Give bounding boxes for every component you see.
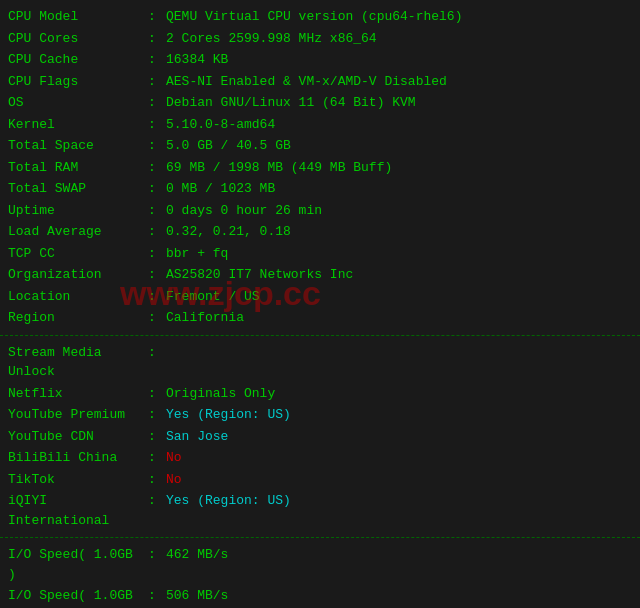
- row-colon: :: [148, 586, 166, 608]
- row-colon: :: [148, 29, 166, 49]
- row-colon: :: [148, 343, 166, 382]
- table-row: Stream Media Unlock:: [0, 342, 640, 383]
- table-row: Total SWAP:0 MB / 1023 MB: [0, 178, 640, 200]
- row-label: Total RAM: [8, 158, 148, 178]
- row-label: Netflix: [8, 384, 148, 404]
- row-value: San Jose: [166, 427, 632, 447]
- table-row: I/O Speed( 1.0GB ):462 MB/s: [0, 544, 640, 585]
- row-colon: :: [148, 158, 166, 178]
- row-value: bbr + fq: [166, 244, 632, 264]
- table-row: CPU Model:QEMU Virtual CPU version (cpu6…: [0, 6, 640, 28]
- row-colon: :: [148, 427, 166, 447]
- table-row: CPU Cores:2 Cores 2599.998 MHz x86_64: [0, 28, 640, 50]
- section-stream-media: Stream Media Unlock:Netflix:Originals On…: [0, 340, 640, 534]
- row-colon: :: [148, 93, 166, 113]
- table-row: TikTok:No: [0, 469, 640, 491]
- table-row: I/O Speed( 1.0GB ):506 MB/s: [0, 585, 640, 608]
- row-value: 5.0 GB / 40.5 GB: [166, 136, 632, 156]
- table-row: Total RAM:69 MB / 1998 MB (449 MB Buff): [0, 157, 640, 179]
- row-label: I/O Speed( 1.0GB ): [8, 545, 148, 584]
- row-value: Debian GNU/Linux 11 (64 Bit) KVM: [166, 93, 632, 113]
- row-label: Organization: [8, 265, 148, 285]
- row-colon: :: [148, 384, 166, 404]
- row-label: YouTube Premium: [8, 405, 148, 425]
- row-label: CPU Flags: [8, 72, 148, 92]
- table-row: TCP CC:bbr + fq: [0, 243, 640, 265]
- table-row: OS:Debian GNU/Linux 11 (64 Bit) KVM: [0, 92, 640, 114]
- row-label: CPU Cache: [8, 50, 148, 70]
- row-colon: :: [148, 448, 166, 468]
- row-value: AES-NI Enabled & VM-x/AMD-V Disabled: [166, 72, 632, 92]
- row-value: 2 Cores 2599.998 MHz x86_64: [166, 29, 632, 49]
- row-label: Load Average: [8, 222, 148, 242]
- row-colon: :: [148, 136, 166, 156]
- table-row: iQIYI International:Yes (Region: US): [0, 490, 640, 531]
- row-label: Total Space: [8, 136, 148, 156]
- row-value: 462 MB/s: [166, 545, 632, 584]
- row-value: [166, 343, 632, 382]
- row-colon: :: [148, 308, 166, 328]
- table-row: Uptime:0 days 0 hour 26 min: [0, 200, 640, 222]
- table-row: Load Average:0.32, 0.21, 0.18: [0, 221, 640, 243]
- row-value: 69 MB / 1998 MB (449 MB Buff): [166, 158, 632, 178]
- table-row: YouTube CDN:San Jose: [0, 426, 640, 448]
- row-colon: :: [148, 7, 166, 27]
- table-row: BiliBili China:No: [0, 447, 640, 469]
- row-label: TikTok: [8, 470, 148, 490]
- row-value: No: [166, 470, 632, 490]
- row-value: Yes (Region: US): [166, 491, 632, 530]
- row-value: No: [166, 448, 632, 468]
- row-label: Region: [8, 308, 148, 328]
- row-label: OS: [8, 93, 148, 113]
- row-value: QEMU Virtual CPU version (cpu64-rhel6): [166, 7, 632, 27]
- row-colon: :: [148, 545, 166, 584]
- row-value: 0 days 0 hour 26 min: [166, 201, 632, 221]
- section-divider: [0, 335, 640, 336]
- row-colon: :: [148, 265, 166, 285]
- table-row: YouTube Premium:Yes (Region: US): [0, 404, 640, 426]
- section-divider: [0, 537, 640, 538]
- row-label: CPU Cores: [8, 29, 148, 49]
- row-value: 0 MB / 1023 MB: [166, 179, 632, 199]
- row-label: TCP CC: [8, 244, 148, 264]
- row-label: BiliBili China: [8, 448, 148, 468]
- main-container: www.zjcp.ccCPU Model:QEMU Virtual CPU ve…: [0, 4, 640, 608]
- table-row: Total Space:5.0 GB / 40.5 GB: [0, 135, 640, 157]
- row-colon: :: [148, 287, 166, 307]
- section-io-speed: I/O Speed( 1.0GB ):462 MB/sI/O Speed( 1.…: [0, 542, 640, 608]
- table-row: Organization:AS25820 IT7 Networks Inc: [0, 264, 640, 286]
- row-colon: :: [148, 201, 166, 221]
- row-colon: :: [148, 244, 166, 264]
- row-label: I/O Speed( 1.0GB ): [8, 586, 148, 608]
- row-colon: :: [148, 491, 166, 530]
- row-colon: :: [148, 72, 166, 92]
- row-value: Fremont / US: [166, 287, 632, 307]
- table-row: Netflix:Originals Only: [0, 383, 640, 405]
- table-row: CPU Cache:16384 KB: [0, 49, 640, 71]
- row-value: 5.10.0-8-amd64: [166, 115, 632, 135]
- row-colon: :: [148, 470, 166, 490]
- row-label: Location: [8, 287, 148, 307]
- row-label: iQIYI International: [8, 491, 148, 530]
- row-label: Kernel: [8, 115, 148, 135]
- row-label: Total SWAP: [8, 179, 148, 199]
- table-row: CPU Flags:AES-NI Enabled & VM-x/AMD-V Di…: [0, 71, 640, 93]
- table-row: Location:Fremont / US: [0, 286, 640, 308]
- row-value: Originals Only: [166, 384, 632, 404]
- row-colon: :: [148, 115, 166, 135]
- row-label: Stream Media Unlock: [8, 343, 148, 382]
- row-colon: :: [148, 50, 166, 70]
- row-colon: :: [148, 222, 166, 242]
- row-value: California: [166, 308, 632, 328]
- row-value: Yes (Region: US): [166, 405, 632, 425]
- row-value: AS25820 IT7 Networks Inc: [166, 265, 632, 285]
- row-colon: :: [148, 179, 166, 199]
- section-system-info: CPU Model:QEMU Virtual CPU version (cpu6…: [0, 4, 640, 331]
- row-label: CPU Model: [8, 7, 148, 27]
- row-value: 0.32, 0.21, 0.18: [166, 222, 632, 242]
- row-value: 16384 KB: [166, 50, 632, 70]
- row-label: Uptime: [8, 201, 148, 221]
- row-label: YouTube CDN: [8, 427, 148, 447]
- row-value: 506 MB/s: [166, 586, 632, 608]
- table-row: Kernel:5.10.0-8-amd64: [0, 114, 640, 136]
